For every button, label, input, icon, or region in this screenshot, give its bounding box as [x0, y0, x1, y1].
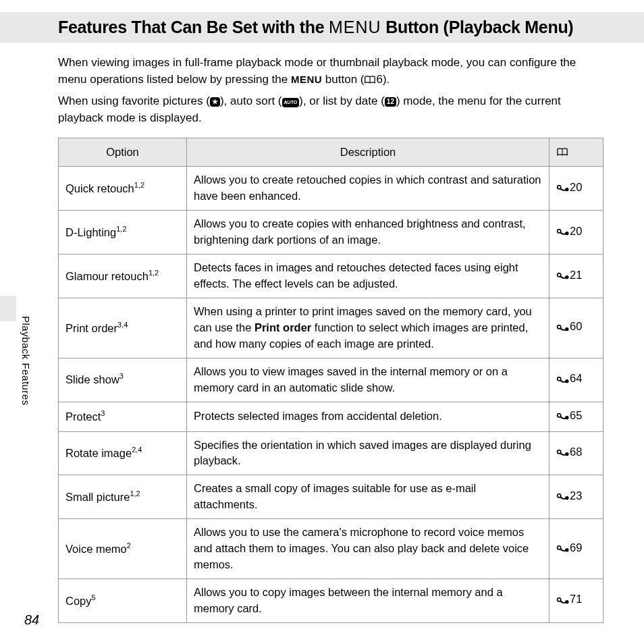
- description-cell: Creates a small copy of images suitable …: [187, 475, 549, 519]
- book-icon: [364, 73, 376, 90]
- svg-point-13: [565, 416, 568, 419]
- svg-point-11: [565, 379, 568, 383]
- intro-text: ).: [383, 73, 390, 86]
- header-reference: [549, 138, 603, 167]
- reference-cell: 65: [549, 402, 603, 431]
- reference-cell: 21: [549, 254, 603, 298]
- description-cell: Allows you to use the camera's microphon…: [187, 519, 549, 579]
- header-option: Option: [59, 138, 187, 167]
- reference-number: 69: [570, 541, 582, 554]
- option-cell: Print order3,4: [59, 298, 187, 358]
- intro-ref-num: 6: [376, 73, 382, 86]
- title-menu-word: MENU: [329, 18, 381, 36]
- description-cell: When using a printer to print images sav…: [187, 298, 549, 358]
- book-icon: [556, 145, 568, 161]
- option-footnote: 1,2: [149, 269, 159, 277]
- reference-icon: [556, 446, 570, 462]
- table-row: Rotate image2,4Specifies the orientation…: [59, 431, 603, 475]
- reference-icon: [556, 321, 570, 337]
- table-row: Slide show3Allows you to view images sav…: [59, 358, 603, 402]
- reference-cell: 71: [549, 579, 603, 623]
- svg-point-3: [565, 188, 568, 191]
- svg-point-15: [565, 452, 568, 456]
- page-title: Features That Can Be Set with the MENU B…: [58, 18, 630, 37]
- reference-number: 60: [570, 320, 582, 332]
- content-body: When viewing images in full-frame playba…: [0, 43, 644, 623]
- svg-point-21: [565, 600, 568, 603]
- option-footnote: 2,4: [132, 446, 142, 454]
- svg-point-7: [565, 275, 568, 279]
- description-cell: Detects faces in images and retouches de…: [187, 254, 549, 298]
- table-header-row: Option Description: [59, 138, 603, 167]
- option-cell: Voice memo2: [59, 519, 187, 579]
- reference-icon: [556, 182, 570, 198]
- reference-cell: 20: [549, 167, 603, 211]
- option-cell: Protect3: [59, 402, 187, 431]
- option-cell: Slide show3: [59, 358, 187, 402]
- svg-point-5: [565, 232, 568, 235]
- description-cell: Allows you to create copies with enhance…: [187, 211, 549, 254]
- bold-term: Print order: [254, 321, 311, 333]
- page-number: 84: [24, 612, 39, 628]
- option-footnote: 1,2: [130, 489, 140, 498]
- reference-number: 21: [570, 269, 582, 281]
- option-cell: Small picture1,2: [59, 475, 187, 519]
- description-cell: Allows you to view images saved in the i…: [187, 358, 549, 402]
- option-footnote: 3,4: [117, 321, 128, 329]
- svg-point-9: [565, 327, 568, 331]
- svg-point-19: [565, 548, 568, 552]
- menu-button-label: MENU: [291, 74, 322, 85]
- option-name: Print order: [65, 321, 117, 333]
- page-header: Features That Can Be Set with the MENU B…: [0, 12, 644, 43]
- option-name: Slide show: [65, 373, 119, 385]
- reference-number: 68: [570, 446, 582, 458]
- description-cell: Protects selected images from accidental…: [187, 402, 549, 431]
- date-icon: 12: [385, 97, 396, 107]
- reference-icon: [556, 410, 570, 426]
- reference-icon: [556, 373, 570, 389]
- svg-point-17: [565, 496, 568, 500]
- description-cell: Allows you to copy images between the in…: [187, 579, 549, 623]
- reference-number: 20: [570, 225, 582, 237]
- reference-cell: 69: [549, 519, 603, 579]
- side-section-label: Playback Features: [20, 316, 32, 406]
- intro-paragraph-1: When viewing images in full-frame playba…: [58, 55, 603, 89]
- reference-icon: [556, 593, 570, 610]
- option-footnote: 1,2: [116, 225, 126, 233]
- reference-number: 65: [570, 409, 582, 421]
- reference-cell: 64: [549, 358, 603, 402]
- option-name: Glamour retouch: [65, 269, 149, 281]
- reference-icon: [556, 225, 570, 242]
- intro-text: When using favorite pictures (: [58, 95, 210, 107]
- option-name: Copy: [65, 594, 92, 606]
- reference-cell: 23: [549, 475, 603, 519]
- option-cell: Copy5: [59, 579, 187, 623]
- reference-number: 20: [570, 181, 582, 193]
- option-name: Rotate image: [65, 447, 132, 459]
- option-name: Voice memo: [65, 542, 127, 554]
- option-name: D-Lighting: [65, 226, 116, 238]
- description-cell: Allows you to create retouched copies in…: [187, 167, 549, 211]
- reference-number: 64: [570, 372, 582, 384]
- intro-paragraph-2: When using favorite pictures (★), auto s…: [58, 93, 603, 126]
- intro-text: ), auto sort (: [220, 95, 282, 107]
- reference-cell: 20: [549, 211, 603, 254]
- option-cell: Glamour retouch1,2: [59, 254, 187, 298]
- table-row: Small picture1,2Creates a small copy of …: [59, 475, 603, 519]
- table-row: Protect3Protects selected images from ac…: [59, 402, 603, 431]
- intro-text: button (: [322, 73, 364, 86]
- favorite-icon: ★: [210, 97, 220, 107]
- option-cell: Rotate image2,4: [59, 431, 187, 475]
- table-row: D-Lighting1,2Allows you to create copies…: [59, 211, 603, 254]
- option-cell: Quick retouch1,2: [59, 167, 187, 211]
- option-name: Small picture: [65, 491, 130, 503]
- reference-cell: 60: [549, 298, 603, 358]
- reference-icon: [556, 490, 570, 506]
- option-footnote: 2: [127, 541, 131, 549]
- option-footnote: 3: [101, 409, 105, 417]
- intro-text: ), or list by date (: [299, 95, 385, 107]
- table-row: Quick retouch1,2Allows you to create ret…: [59, 167, 603, 211]
- reference-cell: 68: [549, 431, 603, 475]
- table-row: Print order3,4When using a printer to pr…: [59, 298, 603, 358]
- option-name: Quick retouch: [65, 182, 134, 194]
